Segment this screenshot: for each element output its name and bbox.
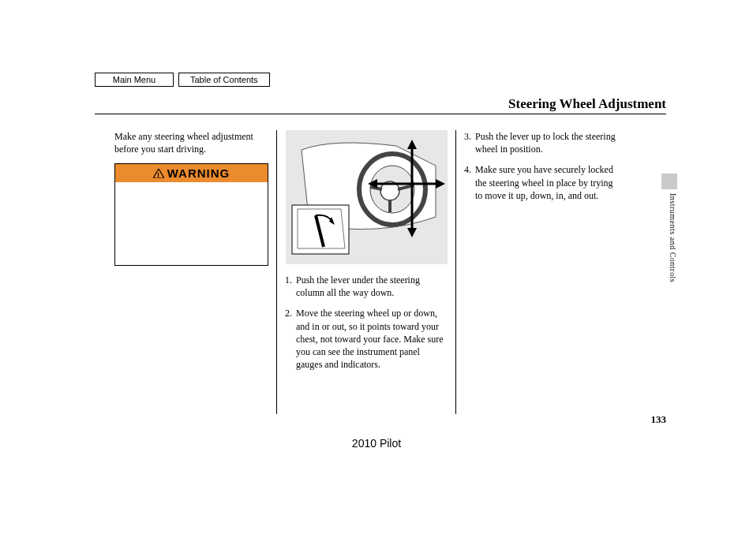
section-side-label: Instruments and Controls xyxy=(669,193,677,282)
main-menu-button[interactable]: Main Menu xyxy=(95,73,174,87)
step-1: 1. Push the lever under the steering col… xyxy=(285,274,448,299)
nav-button-row: Main Menu Table of Contents xyxy=(95,73,270,87)
step-number: 2. xyxy=(285,307,296,371)
title-row: Steering Wheel Adjustment xyxy=(95,96,666,114)
step-3: 3. Push the lever up to lock the steerin… xyxy=(464,130,618,155)
manual-page: Main Menu Table of Contents Steering Whe… xyxy=(0,0,753,560)
column-1: Make any steering wheel adjustment befor… xyxy=(107,130,276,414)
step-number: 1. xyxy=(285,274,296,299)
warning-triangle-icon: ! xyxy=(153,169,164,178)
toc-button[interactable]: Table of Contents xyxy=(178,73,270,87)
svg-text:!: ! xyxy=(157,170,160,178)
step-text: Push the lever up to lock the steering w… xyxy=(475,130,618,155)
section-tab-marker xyxy=(661,174,677,189)
page-number: 133 xyxy=(651,413,667,426)
step-number: 4. xyxy=(464,163,475,202)
steering-wheel-diagram xyxy=(286,130,448,264)
column-3: 3. Push the lever up to lock the steerin… xyxy=(456,130,626,414)
step-text: Push the lever under the steering column… xyxy=(296,274,448,299)
page-title: Steering Wheel Adjustment xyxy=(508,96,666,111)
step-2: 2. Move the steering wheel up or down, a… xyxy=(285,307,448,371)
step-text: Move the steering wheel up or down, and … xyxy=(296,307,448,371)
step-4: 4. Make sure you have securely locked th… xyxy=(464,163,618,202)
content-columns: Make any steering wheel adjustment befor… xyxy=(107,130,650,414)
warning-label-text: WARNING xyxy=(167,166,230,180)
column-2: 1. Push the lever under the steering col… xyxy=(276,130,456,414)
warning-header: ! WARNING xyxy=(115,164,268,182)
footer-model: 2010 Pilot xyxy=(0,437,753,450)
warning-box: ! WARNING xyxy=(114,163,268,266)
step-number: 3. xyxy=(464,130,475,155)
intro-text: Make any steering wheel adjustment befor… xyxy=(114,130,268,155)
step-text: Make sure you have securely locked the s… xyxy=(475,163,618,202)
